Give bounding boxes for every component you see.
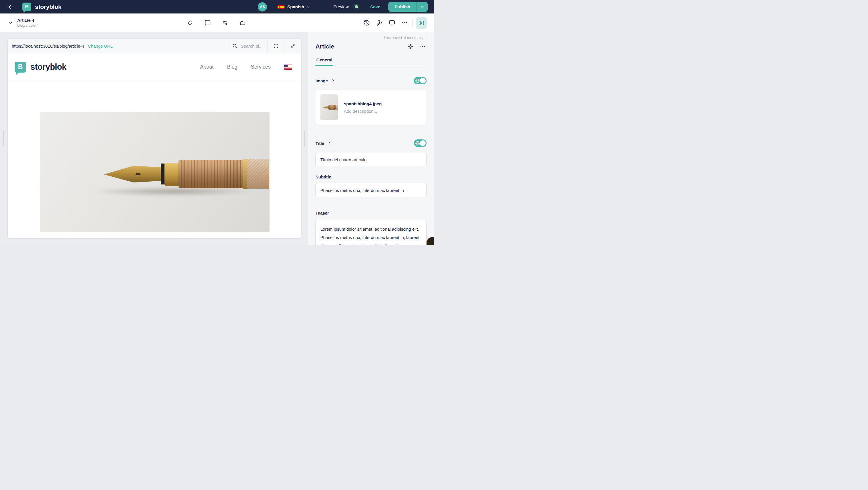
toolbar-divider xyxy=(412,19,413,27)
story-toolbar: Article 4 blog/article-4 xyxy=(0,13,434,32)
pen-collar xyxy=(164,163,179,186)
publish-button[interactable]: Publish xyxy=(389,2,416,12)
preview-browser-frame: https://localhost:3010/es/blog/article-4… xyxy=(8,39,301,238)
search-icon xyxy=(232,43,238,49)
sidebar-header: Article xyxy=(315,42,427,51)
globe-icon xyxy=(415,78,420,84)
url-bar-actions xyxy=(228,39,301,53)
language-selector[interactable]: Spanish xyxy=(278,4,311,9)
preview-pane: https://localhost:3010/es/blog/article-4… xyxy=(0,32,308,245)
title-input[interactable] xyxy=(315,153,427,166)
toolbar-right-icons xyxy=(360,13,427,32)
search-blocks-box[interactable] xyxy=(228,39,267,53)
preview-label: Preview xyxy=(333,4,348,9)
subtitle-input[interactable] xyxy=(315,183,427,197)
history-icon[interactable] xyxy=(360,17,373,29)
globe-icon xyxy=(415,140,420,146)
preview-status-toggle[interactable] xyxy=(353,4,360,10)
field-image-header: Image xyxy=(315,77,427,84)
field-title-header: Title xyxy=(315,140,427,146)
translate-toggle-title[interactable] xyxy=(414,139,427,147)
publish-caret-icon[interactable] xyxy=(416,2,428,12)
more-options-icon[interactable] xyxy=(398,17,411,29)
viewport-monitor-icon[interactable] xyxy=(385,17,398,29)
chevron-right-icon[interactable] xyxy=(328,141,332,145)
storyblok-logo-icon[interactable]: B xyxy=(22,3,31,11)
toggle-knob xyxy=(420,78,426,84)
site-content xyxy=(8,81,301,238)
corner-cursor-blob xyxy=(426,237,434,245)
nav-link-services[interactable]: Services xyxy=(251,64,271,70)
collapse-story-chevron-icon[interactable] xyxy=(7,19,14,26)
sidebar-tabs: General xyxy=(315,57,427,66)
field-label-teaser: Teaser xyxy=(315,210,329,216)
editor-sidebar: Last saved: 4 months ago Article General… xyxy=(308,32,434,245)
search-input[interactable] xyxy=(241,43,266,48)
tab-general[interactable]: General xyxy=(315,57,333,66)
field-subtitle-header: Subtitle xyxy=(315,173,427,180)
site-header: B storyblok About Blog Services xyxy=(8,53,301,81)
storyblok-app: B storyblok AS Spanish Preview Save Publ… xyxy=(0,0,434,245)
sidebar-header-icons xyxy=(406,42,427,51)
article-hero-image[interactable] xyxy=(40,112,270,232)
image-asset-card[interactable]: spanishblog4.jpeg Add description... xyxy=(315,90,427,125)
storyblok-logo-icon: B xyxy=(14,62,26,73)
settings-sliders-icon[interactable] xyxy=(219,17,231,29)
main-area: https://localhost:3010/es/blog/article-4… xyxy=(0,32,434,245)
gear-icon[interactable] xyxy=(406,42,414,51)
chevron-right-icon[interactable] xyxy=(331,78,335,83)
preview-url-bar: https://localhost:3010/es/blog/article-4… xyxy=(8,39,301,53)
back-arrow-icon[interactable] xyxy=(6,2,16,11)
field-label-image: Image xyxy=(315,78,328,83)
story-slug: blog/article-4 xyxy=(17,23,38,28)
topbar-right-group: AS Spanish Preview Save Publish xyxy=(258,0,428,13)
last-saved-status: Last saved: 4 months ago xyxy=(315,36,427,40)
comments-icon[interactable] xyxy=(201,17,214,29)
collapse-preview-icon[interactable] xyxy=(284,39,301,53)
preview-resize-handle-left[interactable] xyxy=(3,131,4,146)
avatar[interactable]: AS xyxy=(258,2,267,11)
field-label-subtitle: Subtitle xyxy=(315,174,331,179)
brand-wordmark: storyblok xyxy=(35,3,61,10)
save-button[interactable]: Save xyxy=(370,4,380,9)
story-title: Article 4 xyxy=(17,18,38,23)
url-group: https://localhost:3010/es/blog/article-4… xyxy=(8,39,228,53)
preview-resize-handle-right[interactable] xyxy=(304,131,305,146)
block-library-icon[interactable] xyxy=(236,17,249,29)
asset-description-placeholder[interactable]: Add description... xyxy=(344,109,382,113)
nav-link-about[interactable]: About xyxy=(200,64,214,70)
top-bar: B storyblok AS Spanish Preview Save Publ… xyxy=(0,0,434,13)
blocks-diamond-icon[interactable] xyxy=(184,17,196,29)
pen-cap-band xyxy=(243,159,247,189)
site-logo[interactable]: B storyblok xyxy=(14,62,66,73)
site-nav: About Blog Services xyxy=(200,64,292,70)
asset-filename: spanishblog4.jpeg xyxy=(344,101,382,106)
preview-url: https://localhost:3010/es/blog/article-4 xyxy=(12,43,84,48)
asset-thumbnail xyxy=(320,94,338,120)
toggle-sidebar-panel-icon[interactable] xyxy=(415,17,427,29)
site-brand-wordmark: storyblok xyxy=(30,62,66,72)
us-flag-icon[interactable] xyxy=(284,65,292,70)
content-type-title: Article xyxy=(315,43,334,50)
story-meta: Article 4 blog/article-4 xyxy=(17,18,38,28)
toggle-knob xyxy=(420,140,426,146)
spain-flag-icon xyxy=(278,5,284,9)
change-url-link[interactable]: Change URL xyxy=(88,43,113,48)
publish-split-button: Publish xyxy=(389,2,428,12)
pen-barrel xyxy=(179,160,244,188)
topbar-divider xyxy=(327,3,327,10)
toolbar-center-icons xyxy=(184,13,249,32)
chevron-down-icon xyxy=(307,5,311,9)
pen-shadow xyxy=(90,187,256,197)
pen-ring xyxy=(161,164,165,185)
field-label-title: Title xyxy=(315,141,324,146)
pen-nib xyxy=(104,166,161,183)
tools-hammer-icon[interactable] xyxy=(373,17,385,29)
refresh-icon[interactable] xyxy=(267,39,284,53)
pen-cap xyxy=(247,159,269,189)
teaser-textarea[interactable]: Lorem ipsum dolor sit amet, aditional ad… xyxy=(315,220,427,245)
nav-link-blog[interactable]: Blog xyxy=(227,64,237,70)
asset-info: spanishblog4.jpeg Add description... xyxy=(344,101,382,113)
sidebar-more-options-icon[interactable] xyxy=(418,42,427,51)
translate-toggle-image[interactable] xyxy=(414,77,427,84)
